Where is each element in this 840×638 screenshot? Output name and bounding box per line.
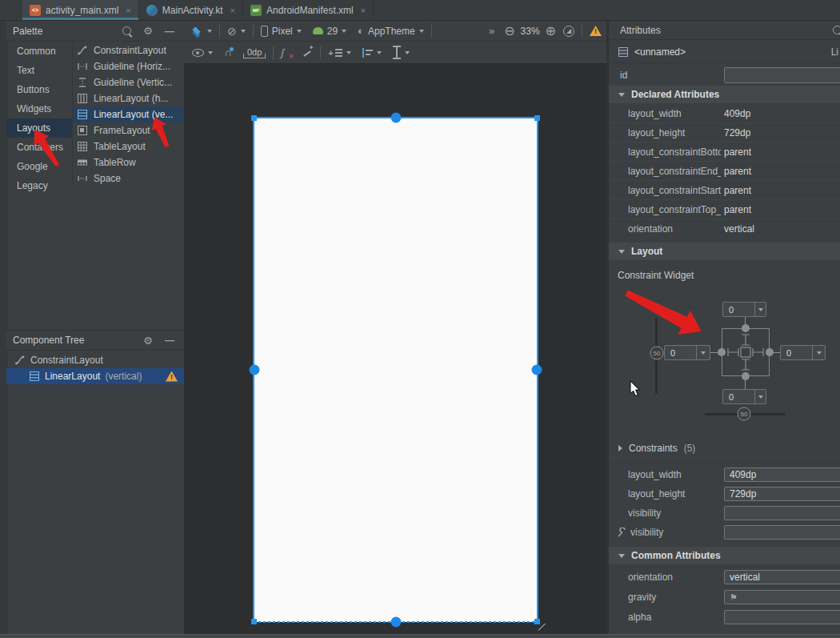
zoom-out-icon[interactable]: ⊖: [504, 23, 514, 38]
palette-category-legacy[interactable]: Legacy: [6, 176, 72, 195]
view-options[interactable]: [192, 49, 213, 57]
minimize-icon[interactable]: —: [165, 26, 174, 36]
section-declared-attributes[interactable]: Declared Attributes: [609, 86, 840, 103]
palette-category-buttons[interactable]: Buttons: [6, 80, 72, 99]
tools-visibility-input[interactable]: [724, 525, 840, 540]
gravity-input[interactable]: ⚑: [724, 590, 840, 604]
attr-value[interactable]: parent: [724, 181, 751, 200]
palette-item-linearlayout-vertical[interactable]: LinearLayout (ve...: [73, 106, 185, 122]
device-artboard-linearlayout[interactable]: [254, 118, 538, 622]
warning-icon[interactable]: [166, 371, 178, 382]
palette-category-containers[interactable]: Containers: [6, 138, 72, 157]
widget-anchor-top[interactable]: [742, 324, 750, 332]
constraint-anchor-right[interactable]: [532, 365, 542, 375]
chevron-down-icon: [419, 30, 424, 33]
attr-value[interactable]: 729dp: [724, 123, 750, 142]
design-mode-selector[interactable]: [190, 26, 212, 37]
alpha-input[interactable]: [724, 610, 840, 624]
attr-value[interactable]: parent: [724, 200, 751, 219]
clear-constraints-icon[interactable]: ʃ: [281, 46, 294, 58]
visibility-input[interactable]: [724, 506, 840, 520]
palette-category-google[interactable]: Google: [6, 157, 72, 176]
tree-item-linearlayout-vertical[interactable]: LinearLayout(vertical): [6, 368, 184, 384]
widget-anchor-bottom[interactable]: [742, 372, 750, 380]
default-margin-selector[interactable]: 0dp: [243, 47, 266, 58]
section-common-attributes[interactable]: Common Attributes: [609, 547, 840, 564]
section-layout[interactable]: Layout: [609, 243, 840, 260]
close-icon[interactable]: ×: [230, 6, 235, 15]
constraint-toolbar: 0dp ʃ +: [184, 42, 606, 64]
align-menu[interactable]: [362, 48, 382, 58]
attr-value[interactable]: vertical: [724, 219, 754, 239]
warnings-panel-icon[interactable]: [590, 26, 602, 36]
attr-value[interactable]: parent: [724, 162, 751, 181]
search-icon[interactable]: [122, 26, 131, 35]
palette-category-widgets[interactable]: Widgets: [6, 99, 72, 118]
orientation-selector[interactable]: ⊘: [227, 25, 246, 38]
vertical-bias-value[interactable]: 50: [650, 347, 664, 360]
search-icon[interactable]: [833, 26, 840, 34]
resize-corner-handle[interactable]: [251, 115, 257, 121]
widget-anchor-left[interactable]: [718, 348, 726, 356]
theme-selector[interactable]: ◐ AppTheme: [358, 25, 424, 37]
orientation-input[interactable]: vertical: [724, 570, 840, 584]
constraintlayout-icon: [77, 45, 88, 56]
palette-category-text[interactable]: Text: [6, 61, 72, 80]
margin-right-dropdown[interactable]: 0: [780, 345, 826, 360]
palette-item-framelayout[interactable]: FrameLayout: [73, 122, 185, 138]
constraint-widget[interactable]: [722, 328, 770, 376]
orientation-icon: ⊘: [227, 25, 237, 38]
margin-top-dropdown[interactable]: 0: [722, 302, 766, 317]
margin-left-dropdown[interactable]: 0: [664, 345, 710, 360]
palette-category-layouts[interactable]: Layouts: [6, 118, 72, 138]
palette-item-tablerow[interactable]: TableRow: [73, 154, 185, 171]
tab-activity-main-xml[interactable]: <> activity_main.xml ×: [22, 0, 139, 20]
margin-bottom-dropdown[interactable]: 0: [722, 389, 766, 404]
autoconnect-icon[interactable]: [222, 47, 234, 58]
attr-value[interactable]: parent: [724, 142, 751, 162]
palette-header: Palette ⚙ —: [6, 21, 184, 42]
tab-androidmanifest-xml[interactable]: MF AndroidManifest.xml ×: [243, 0, 374, 20]
chevron-down-icon: [701, 351, 706, 355]
palette-item-space[interactable]: Space: [73, 171, 185, 187]
palette-category-common[interactable]: Common: [6, 42, 72, 61]
tree-item-constraintlayout[interactable]: ConstraintLayout: [6, 352, 184, 368]
palette-item-tablelayout[interactable]: TableLayout: [73, 138, 185, 154]
gear-icon[interactable]: ⚙: [143, 26, 153, 36]
layout-width-input[interactable]: 409dp: [724, 467, 840, 482]
manifest-file-icon: MF: [250, 5, 262, 16]
horizontal-bias-value[interactable]: 50: [738, 407, 751, 421]
constraint-anchor-left[interactable]: [250, 365, 260, 375]
close-icon[interactable]: ×: [361, 6, 366, 15]
api-selector[interactable]: 29: [313, 26, 346, 37]
zoom-in-icon[interactable]: ⊕: [546, 23, 556, 38]
zoom-to-fit-icon[interactable]: ◢: [563, 26, 574, 37]
pack-menu[interactable]: +: [328, 48, 350, 58]
close-icon[interactable]: ×: [126, 6, 130, 15]
gear-icon[interactable]: ⚙: [143, 335, 153, 346]
constraints-section[interactable]: Constraints (5): [609, 439, 840, 458]
tab-mainactivity-kt[interactable]: MainActivity.kt ×: [139, 0, 243, 20]
attr-value[interactable]: 409dp: [724, 104, 750, 123]
guidelines-menu[interactable]: [393, 46, 410, 59]
flag-icon[interactable]: ⚑: [730, 592, 738, 603]
device-selector[interactable]: Pixel: [261, 26, 302, 37]
palette-item-guideline-horizontal[interactable]: Guideline (Horiz...: [73, 58, 185, 74]
id-input[interactable]: [724, 67, 840, 83]
palette-item-guideline-vertical[interactable]: Guideline (Vertic...: [73, 74, 185, 90]
id-row: id: [609, 64, 840, 86]
constraint-anchor-top[interactable]: [390, 113, 401, 123]
constraint-anchor-bottom[interactable]: [390, 617, 401, 628]
design-surface[interactable]: [184, 64, 606, 638]
infer-constraints-icon[interactable]: [302, 47, 313, 58]
toolbar-overflow-icon[interactable]: »: [489, 25, 494, 37]
widget-anchor-right[interactable]: [766, 348, 774, 356]
resize-corner-handle[interactable]: [534, 115, 540, 121]
palette-item-linearlayout-horizontal[interactable]: LinearLayout (h...: [73, 90, 185, 106]
resize-corner-handle[interactable]: [251, 619, 257, 624]
palette-item-constraintlayout[interactable]: ConstraintLayout: [73, 42, 185, 58]
chevron-down-icon: [817, 351, 822, 355]
minimize-icon[interactable]: —: [165, 335, 174, 345]
layout-height-input[interactable]: 729dp: [724, 487, 840, 501]
palette-item-list: ConstraintLayout Guideline (Horiz... Gui…: [72, 42, 185, 187]
